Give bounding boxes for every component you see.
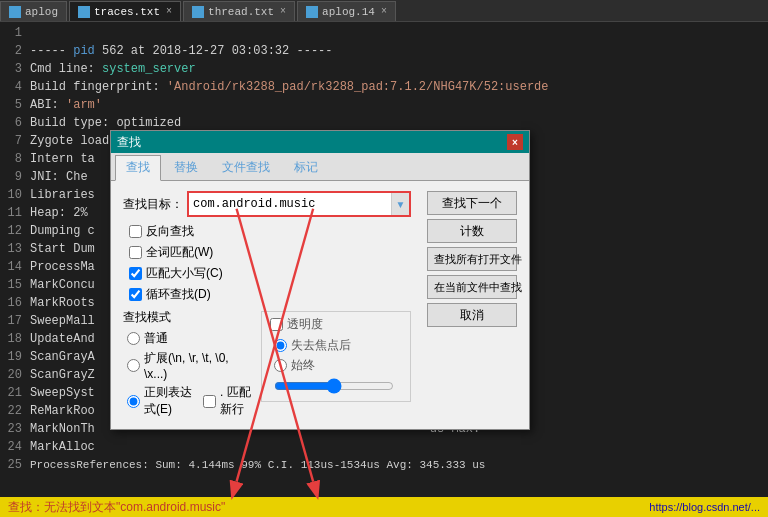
tab-traces[interactable]: traces.txt × [69, 1, 181, 21]
transparency-slider-row [270, 378, 402, 397]
fullword-label: 全词匹配(W) [146, 244, 213, 261]
transparency-box: 透明度 失去焦点后 始终 [261, 311, 411, 402]
matchcase-checkbox-row: 匹配大小写(C) [129, 265, 411, 282]
always-radio[interactable] [274, 359, 287, 372]
mode-regex-label: 正则表达式(E) [144, 384, 195, 418]
wraparound-label: 循环查找(D) [146, 286, 211, 303]
search-mode-title: 查找模式 [123, 309, 251, 326]
focus-away-row: 失去焦点后 [274, 337, 402, 354]
file-icon [78, 6, 90, 18]
find-label: 查找目标： [123, 196, 181, 213]
tab-find[interactable]: 查找 [115, 155, 161, 181]
find-target-row: 查找目标： ▼ [123, 191, 411, 217]
file-icon [192, 6, 204, 18]
file-icon [9, 6, 21, 18]
transparency-title-row: 透明度 [270, 316, 402, 333]
mode-extended-row: 扩展(\n, \r, \t, \0, \x...) [127, 350, 251, 381]
reverse-label: 反向查找 [146, 223, 194, 240]
tab-bar: aplog traces.txt × thread.txt × aplog.14… [0, 0, 768, 22]
find-in-current-button[interactable]: 在当前文件中查找 [427, 275, 517, 299]
search-mode-section: 查找模式 普通 扩展(\n, \r, \t, \0, \x...) [123, 309, 251, 421]
dialog-body: 查找目标： ▼ 反向查找 全词匹配(W) [111, 181, 529, 429]
fullword-checkbox-row: 全词匹配(W) [129, 244, 411, 261]
dialog-tab-bar: 查找 替换 文件查找 标记 [111, 153, 529, 181]
status-message: 查找：无法找到文本"com.android.music" [8, 499, 225, 516]
reverse-checkbox-row: 反向查找 [129, 223, 411, 240]
blog-url: https://blog.csdn.net/... [649, 501, 760, 513]
tab-close-icon[interactable]: × [381, 6, 387, 17]
tab-thread[interactable]: thread.txt × [183, 1, 295, 21]
transparency-label: 透明度 [287, 316, 323, 333]
mode-extended-label: 扩展(\n, \r, \t, \0, \x...) [144, 350, 251, 381]
reverse-checkbox[interactable] [129, 225, 142, 238]
find-input[interactable] [189, 193, 391, 215]
dialog-buttons-col: 查找下一个 计数 查找所有打开文件 在当前文件中查找 取消 [427, 191, 517, 421]
mode-normal-row: 普通 [127, 330, 251, 347]
wraparound-checkbox-row: 循环查找(D) [129, 286, 411, 303]
focus-away-radio[interactable] [274, 339, 287, 352]
mode-regex-radio[interactable] [127, 395, 140, 408]
find-dialog: 查找 × 查找 替换 文件查找 标记 查找目标： ▼ [110, 130, 530, 430]
cancel-button[interactable]: 取消 [427, 303, 517, 327]
tab-aplog[interactable]: aplog [0, 1, 67, 21]
dialog-title: 查找 [117, 134, 141, 151]
dialog-title-bar: 查找 × [111, 131, 529, 153]
transparency-section: 透明度 失去焦点后 始终 [261, 309, 411, 421]
transparency-checkbox[interactable] [270, 318, 283, 331]
tab-file-find[interactable]: 文件查找 [211, 155, 281, 180]
find-dropdown-button[interactable]: ▼ [391, 193, 409, 215]
match-newline-checkbox[interactable] [203, 395, 216, 408]
tab-replace[interactable]: 替换 [163, 155, 209, 180]
matchcase-label: 匹配大小写(C) [146, 265, 223, 282]
editor-line: 24 MarkAlloc [0, 438, 768, 456]
dialog-close-button[interactable]: × [507, 134, 523, 150]
editor-line: 2 ----- pid 562 at 2018-12-27 03:03:32 -… [0, 42, 768, 60]
matchcase-checkbox[interactable] [129, 267, 142, 280]
mode-regex-row: 正则表达式(E) . 匹配新行 [127, 384, 251, 418]
status-bar: 查找：无法找到文本"com.android.music" https://blo… [0, 497, 768, 517]
editor-line: 5 ABI: 'arm' [0, 96, 768, 114]
transparency-slider[interactable] [274, 378, 394, 394]
tab-aplog14[interactable]: aplog.14 × [297, 1, 396, 21]
tab-close-icon[interactable]: × [166, 6, 172, 17]
mode-normal-radio[interactable] [127, 332, 140, 345]
find-next-button[interactable]: 查找下一个 [427, 191, 517, 215]
tab-mark[interactable]: 标记 [283, 155, 329, 180]
editor-area: 1 2 ----- pid 562 at 2018-12-27 03:03:32… [0, 22, 768, 517]
find-input-wrap: ▼ [187, 191, 411, 217]
always-label: 始终 [291, 357, 315, 374]
editor-line: 1 [0, 24, 768, 42]
match-newline-wrap: . 匹配新行 [203, 384, 251, 418]
editor-line: 3 Cmd line: system_server [0, 60, 768, 78]
file-icon [306, 6, 318, 18]
editor-line: 25 ProcessReferences: Sum: 4.144ms 99% C… [0, 456, 768, 474]
always-row: 始终 [274, 357, 402, 374]
tab-close-icon[interactable]: × [280, 6, 286, 17]
mode-extended-radio[interactable] [127, 359, 140, 372]
find-all-open-button[interactable]: 查找所有打开文件 [427, 247, 517, 271]
editor-line: 4 Build fingerprint: 'Android/rk3288_pad… [0, 78, 768, 96]
focus-away-label: 失去焦点后 [291, 337, 351, 354]
match-newline-label: . 匹配新行 [220, 384, 251, 418]
mode-normal-label: 普通 [144, 330, 168, 347]
wraparound-checkbox[interactable] [129, 288, 142, 301]
fullword-checkbox[interactable] [129, 246, 142, 259]
count-button[interactable]: 计数 [427, 219, 517, 243]
